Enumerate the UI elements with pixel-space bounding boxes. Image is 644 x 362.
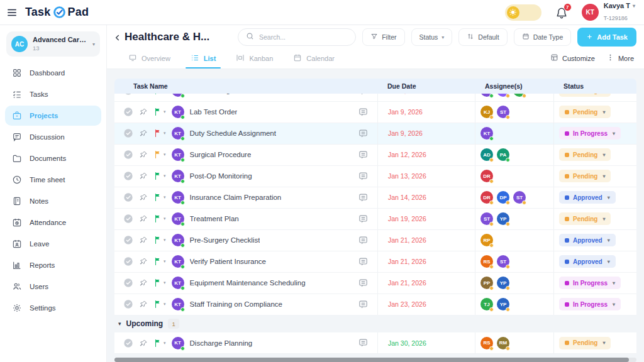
pin-icon[interactable] — [139, 150, 148, 159]
task-name[interactable]: Post-Op Monitoring — [190, 172, 252, 180]
complete-check-icon[interactable] — [123, 107, 133, 117]
tab-overview[interactable]: Overview — [118, 48, 180, 69]
complete-check-icon[interactable] — [123, 214, 133, 224]
notifications-bell[interactable]: 7 — [555, 6, 568, 19]
complete-check-icon[interactable] — [123, 171, 133, 181]
complete-check-icon[interactable] — [123, 94, 133, 96]
sort-button[interactable]: Default — [458, 28, 507, 46]
task-name[interactable]: Insurance Claim Preparation — [190, 194, 282, 201]
filter-button[interactable]: Filter — [362, 28, 404, 46]
task-row[interactable]: ▾KTStaff Training on ComplianceJan 23, 2… — [114, 294, 636, 315]
assignees-cell[interactable]: RP — [475, 230, 553, 251]
pin-icon[interactable] — [139, 172, 148, 180]
priority-flag[interactable]: ▾ — [153, 172, 166, 180]
due-date[interactable]: Jan 21, 2026 — [377, 251, 475, 272]
pin-icon[interactable] — [139, 214, 148, 223]
task-name[interactable]: Surgical Procedure — [190, 151, 252, 158]
horizontal-scrollbar-thumb[interactable] — [114, 358, 629, 362]
sidebar-item-leave[interactable]: Leave — [5, 234, 101, 254]
comment-icon[interactable] — [358, 299, 369, 310]
status-dropdown[interactable]: In Progress▾ — [559, 298, 621, 310]
sidebar-item-discussion[interactable]: Discussion — [5, 127, 101, 147]
pin-icon[interactable] — [139, 300, 148, 309]
status-dropdown[interactable]: Approved▾ — [559, 234, 616, 246]
sidebar-item-documents[interactable]: Documents — [5, 148, 101, 168]
pin-icon[interactable] — [139, 107, 148, 116]
task-row[interactable]: ▾KTVerify Patient InsuranceJan 21, 2026R… — [114, 251, 636, 273]
comment-icon[interactable] — [358, 171, 369, 182]
task-row[interactable]: ▾KTDuty Schedule AssignmentJan 9, 2026KT… — [114, 123, 636, 145]
comment-icon[interactable] — [358, 337, 369, 348]
due-date[interactable]: Jan 21, 2026 — [377, 273, 475, 293]
customize-button[interactable]: Customize — [550, 53, 595, 63]
horizontal-scrollbar-track[interactable] — [114, 358, 636, 362]
sidebar-item-tasks[interactable]: Tasks — [5, 84, 101, 104]
comment-icon[interactable] — [358, 214, 369, 224]
task-row[interactable]: ▾KTInsurance Claim PreparationJan 14, 20… — [114, 187, 636, 209]
task-row[interactable]: ▾KTReview Diagnostic RecordsJan 6, 2026K… — [114, 94, 636, 102]
complete-check-icon[interactable] — [123, 150, 133, 160]
task-name[interactable]: Equipment Maintenance Scheduling — [190, 279, 306, 287]
due-date[interactable]: Jan 6, 2026 — [377, 94, 475, 101]
sidebar-item-time-sheet[interactable]: Time sheet — [5, 170, 101, 190]
status-dropdown[interactable]: In Progress▾ — [559, 277, 621, 289]
complete-check-icon[interactable] — [123, 278, 133, 288]
status-dropdown[interactable]: In Progress▾ — [559, 127, 621, 140]
complete-check-icon[interactable] — [123, 192, 133, 202]
status-dropdown[interactable]: Approved▾ — [559, 255, 616, 268]
sidebar-item-notes[interactable]: Notes — [5, 191, 101, 211]
task-row[interactable]: ▾KTPost-Op MonitoringJan 13, 2026DRPendi… — [114, 166, 636, 187]
assignees-cell[interactable]: DR — [475, 166, 553, 187]
assignees-cell[interactable]: ADPA — [475, 145, 553, 165]
priority-flag[interactable]: ▾ — [153, 214, 166, 223]
comment-icon[interactable] — [358, 150, 369, 160]
priority-flag[interactable]: ▾ — [153, 107, 166, 116]
comment-icon[interactable] — [358, 94, 369, 96]
comment-icon[interactable] — [358, 278, 369, 288]
due-date[interactable]: Jan 23, 2026 — [377, 294, 475, 315]
assignees-cell[interactable]: KTSTTJ — [475, 94, 553, 101]
due-date[interactable]: Jan 19, 2026 — [377, 209, 475, 229]
assignees-cell[interactable]: TJYP — [475, 294, 553, 315]
due-date[interactable]: Jan 12, 2026 — [377, 145, 475, 165]
assignees-cell[interactable]: KJST — [475, 102, 553, 123]
tab-list[interactable]: List — [180, 48, 226, 69]
comment-icon[interactable] — [358, 128, 369, 139]
tab-calendar[interactable]: Calendar — [283, 48, 345, 69]
complete-check-icon[interactable] — [123, 299, 133, 309]
add-task-button[interactable]: Add Task — [577, 28, 636, 47]
status-dropdown[interactable]: Status ▾ — [411, 28, 453, 46]
due-date[interactable]: Jan 14, 2026 — [377, 187, 475, 208]
assignees-cell[interactable]: PPYP — [475, 273, 553, 293]
comment-icon[interactable] — [358, 107, 369, 118]
pin-icon[interactable] — [139, 129, 148, 138]
assignees-cell[interactable]: RSST — [475, 251, 553, 272]
complete-check-icon[interactable] — [123, 235, 133, 245]
task-name[interactable]: Review Diagnostic Records — [190, 94, 279, 95]
comment-icon[interactable] — [358, 192, 369, 203]
priority-flag[interactable]: ▾ — [153, 339, 166, 348]
sidebar-item-settings[interactable]: Settings — [5, 298, 101, 318]
status-dropdown[interactable]: Pending▾ — [559, 94, 611, 97]
due-date[interactable]: Jan 13, 2026 — [377, 166, 475, 187]
priority-flag[interactable]: ▾ — [153, 278, 166, 287]
task-name[interactable]: Staff Training on Compliance — [190, 300, 282, 308]
pin-icon[interactable] — [139, 278, 148, 287]
status-dropdown[interactable]: Pending▾ — [559, 148, 611, 161]
task-row[interactable]: ▾KTEquipment Maintenance SchedulingJan 2… — [114, 273, 636, 294]
task-row[interactable]: ▾KTPre-Surgery ChecklistJan 21, 2026RPAp… — [114, 230, 636, 251]
due-date[interactable]: Jan 30, 2026 — [377, 332, 475, 353]
user-menu[interactable]: KT Kavya T▾ T-129186 — [582, 2, 635, 22]
search-input[interactable] — [259, 33, 348, 41]
complete-check-icon[interactable] — [123, 338, 133, 348]
sidebar-item-dashboard[interactable]: Dashboard — [5, 63, 101, 83]
status-dropdown[interactable]: Pending▾ — [559, 170, 611, 182]
pin-icon[interactable] — [139, 257, 148, 266]
priority-flag[interactable]: ▾ — [153, 94, 166, 96]
task-name[interactable]: Pre-Surgery Checklist — [190, 236, 260, 244]
complete-check-icon[interactable] — [123, 256, 133, 266]
priority-flag[interactable]: ▾ — [153, 257, 166, 266]
assignees-cell[interactable]: KT — [475, 123, 553, 144]
status-dropdown[interactable]: Pending▾ — [559, 212, 611, 225]
sidebar-item-attendance[interactable]: Attendance — [5, 212, 101, 233]
